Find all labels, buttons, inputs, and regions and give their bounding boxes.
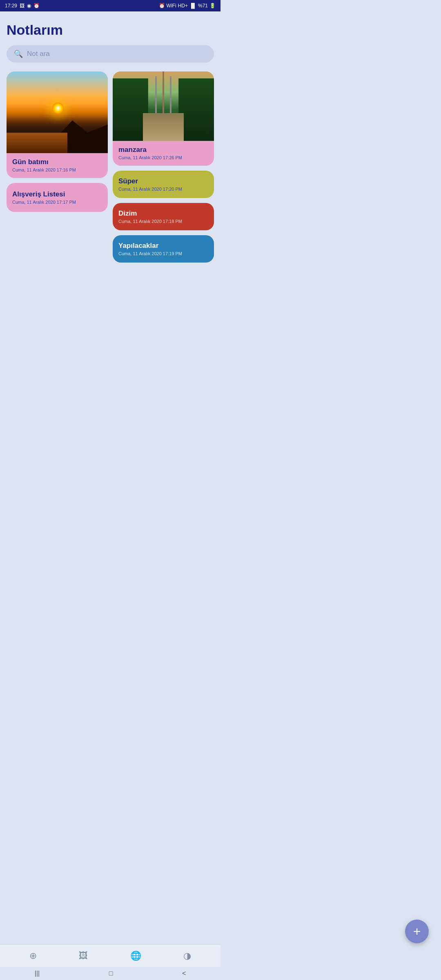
card-info-alisveris: Alışveriş Listesi Cuma, 11 Aralık 2020 1…	[7, 183, 108, 212]
wifi-icon: WiFi	[167, 3, 176, 9]
photo-icon: 🖼	[20, 3, 24, 9]
note-card-gun-batimi[interactable]: Gün batımı Cuma, 11 Aralık 2020 17:16 PM	[7, 71, 108, 178]
card-date-yapilacaklar: Cuma, 11 Aralık 2020 17:19 PM	[118, 251, 208, 256]
card-date-dizim: Cuma, 11 Aralık 2020 17:18 PM	[118, 219, 208, 224]
status-right: ⏰ WiFi HD+ ▐▌ %71 🔋	[159, 3, 216, 9]
location-icon: ◉	[27, 3, 31, 9]
card-info-gun-batimi: Gün batımı Cuma, 11 Aralık 2020 17:16 PM	[7, 153, 108, 178]
note-card-super[interactable]: Süper Cuma, 11 Aralık 2020 17:20 PM	[113, 171, 214, 198]
status-left: 17:29 🖼 ◉ ⏰	[5, 3, 40, 9]
card-date-gun-batimi: Cuma, 11 Aralık 2020 17:16 PM	[12, 167, 102, 172]
card-info-manzara: manzara Cuma, 11 Aralık 2020 17:26 PM	[113, 141, 214, 166]
card-date-manzara: Cuma, 11 Aralık 2020 17:26 PM	[118, 155, 208, 160]
forest-image	[113, 71, 214, 141]
battery: %71	[198, 3, 208, 9]
column-left: Gün batımı Cuma, 11 Aralık 2020 17:16 PM…	[7, 71, 108, 212]
card-title-gun-batimi: Gün batımı	[12, 158, 102, 166]
card-date-super: Cuma, 11 Aralık 2020 17:20 PM	[118, 187, 208, 192]
search-icon: 🔍	[14, 49, 23, 58]
sunset-image	[7, 71, 108, 153]
note-card-alisveris[interactable]: Alışveriş Listesi Cuma, 11 Aralık 2020 1…	[7, 183, 108, 212]
card-title-super: Süper	[118, 177, 208, 185]
note-card-manzara[interactable]: manzara Cuma, 11 Aralık 2020 17:26 PM	[113, 71, 214, 166]
alarm-icon: ⏰	[33, 3, 40, 9]
column-right: manzara Cuma, 11 Aralık 2020 17:26 PM Sü…	[113, 71, 214, 263]
hd-icon: HD+	[178, 3, 188, 9]
card-date-alisveris: Cuma, 11 Aralık 2020 17:17 PM	[12, 200, 102, 205]
card-title-manzara: manzara	[118, 146, 208, 154]
note-card-yapilacaklar[interactable]: Yapılacaklar Cuma, 11 Aralık 2020 17:19 …	[113, 235, 214, 263]
card-title-dizim: Dizim	[118, 209, 208, 218]
signal-icon: ▐▌	[189, 3, 196, 9]
search-input[interactable]	[27, 50, 207, 58]
card-info-dizim: Dizim Cuma, 11 Aralık 2020 17:18 PM	[113, 203, 214, 230]
card-title-alisveris: Alışveriş Listesi	[12, 190, 102, 198]
card-title-yapilacaklar: Yapılacaklar	[118, 242, 208, 250]
page-title: Notlarım	[7, 22, 214, 38]
time: 17:29	[5, 3, 17, 9]
notes-grid: Gün batımı Cuma, 11 Aralık 2020 17:16 PM…	[7, 71, 214, 263]
status-bar: 17:29 🖼 ◉ ⏰ ⏰ WiFi HD+ ▐▌ %71 🔋	[0, 0, 220, 11]
search-bar[interactable]: 🔍	[7, 45, 214, 62]
battery-icon: 🔋	[209, 3, 216, 9]
note-card-dizim[interactable]: Dizim Cuma, 11 Aralık 2020 17:18 PM	[113, 203, 214, 230]
alarm2-icon: ⏰	[159, 3, 165, 9]
main-content: Notlarım 🔍 Gün batımı	[0, 11, 220, 336]
card-info-yapilacaklar: Yapılacaklar Cuma, 11 Aralık 2020 17:19 …	[113, 235, 214, 263]
card-info-super: Süper Cuma, 11 Aralık 2020 17:20 PM	[113, 171, 214, 198]
